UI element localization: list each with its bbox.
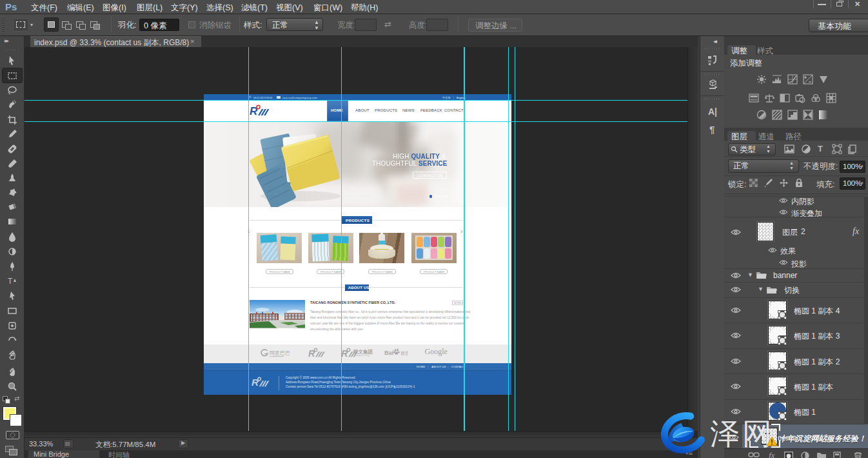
- svg-text:Bai: Bai: [384, 350, 393, 356]
- svg-text:阿里巴巴: 阿里巴巴: [270, 350, 290, 356]
- svg-text:百度: 百度: [400, 351, 408, 356]
- svg-text:T: T: [8, 277, 13, 286]
